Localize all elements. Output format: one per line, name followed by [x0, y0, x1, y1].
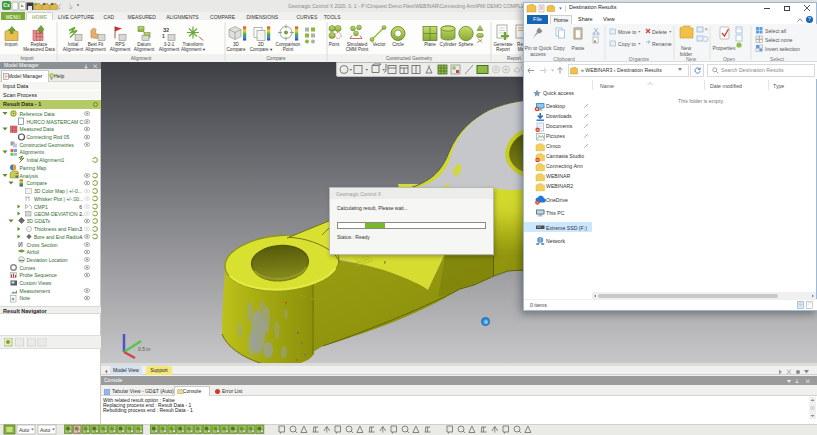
- svg-text:HURCO MASTERCAM C...: HURCO MASTERCAM C...: [27, 119, 88, 125]
- svg-text:Measured Data: Measured Data: [20, 126, 54, 132]
- svg-text:Whisker Plot | +/-.00...: Whisker Plot | +/-.00...: [34, 196, 83, 202]
- svg-text:Initial Alignment1: Initial Alignment1: [27, 157, 65, 163]
- svg-text:2: 2: [79, 211, 82, 217]
- svg-text:Invert selection: Invert selection: [765, 46, 800, 52]
- svg-text:Alignments: Alignments: [20, 149, 45, 155]
- svg-text:New: New: [686, 56, 696, 62]
- svg-text:Compare: Compare: [267, 56, 286, 61]
- svg-text:Compare: Compare: [27, 180, 48, 186]
- svg-text:Probe Sequence: Probe Sequence: [20, 272, 57, 278]
- svg-text:Auto: Auto: [40, 427, 51, 433]
- svg-text:Paste: Paste: [572, 45, 585, 51]
- svg-text:Move to: Move to: [618, 29, 637, 35]
- svg-text:Compare: Compare: [227, 47, 246, 52]
- svg-text:Analysis: Analysis: [20, 173, 39, 179]
- svg-text:Alignment: Alignment: [63, 47, 84, 52]
- svg-text:Plane: Plane: [424, 42, 436, 47]
- svg-text:CMM Point: CMM Point: [346, 47, 369, 52]
- svg-text:3: 3: [79, 226, 82, 232]
- svg-text:Clipboard: Clipboard: [553, 56, 575, 62]
- svg-text:Pairing Map: Pairing Map: [20, 165, 47, 171]
- svg-text:Sphere: Sphere: [459, 42, 474, 47]
- svg-text:Deviation Location: Deviation Location: [27, 257, 68, 263]
- svg-text:1: 1: [162, 33, 165, 39]
- svg-text:Properties: Properties: [713, 45, 736, 51]
- svg-text:Copy: Copy: [553, 45, 565, 51]
- svg-text:Report: Report: [507, 56, 522, 61]
- svg-text:Copy to: Copy to: [618, 41, 636, 47]
- svg-text:Alignment: Alignment: [134, 47, 155, 52]
- svg-text:Alignment: Alignment: [159, 47, 180, 52]
- svg-text:Point: Point: [329, 42, 340, 47]
- svg-text:3D Color Map | +/-0...: 3D Color Map | +/-0...: [34, 188, 82, 194]
- svg-text:Measured Data: Measured Data: [23, 47, 55, 52]
- svg-text:Vector: Vector: [372, 42, 385, 47]
- svg-text:Compare ▾: Compare ▾: [250, 47, 273, 52]
- svg-text:Cross Section: Cross Section: [27, 242, 58, 248]
- svg-text:Organize: Organize: [629, 56, 650, 62]
- svg-text:Note: Note: [20, 295, 31, 301]
- svg-text:Rename: Rename: [652, 41, 672, 47]
- svg-text:Point: Point: [283, 47, 294, 52]
- svg-text:Cylinder: Cylinder: [440, 42, 457, 47]
- svg-text:Connecting Rod 05: Connecting Rod 05: [27, 134, 70, 140]
- svg-text:0.5 in: 0.5 in: [138, 346, 150, 352]
- svg-text:Delete: Delete: [652, 29, 667, 35]
- svg-text:Bore and End Radiu...: Bore and End Radiu...: [34, 234, 83, 240]
- svg-text:Constructed Geometry: Constructed Geometry: [386, 56, 433, 61]
- svg-text:Import: Import: [20, 56, 34, 61]
- svg-text:Airfoil: Airfoil: [27, 249, 40, 255]
- svg-text:CMP1: CMP1: [34, 204, 48, 210]
- svg-text:Alignment: Alignment: [85, 47, 106, 52]
- svg-text:Alignment ▾: Alignment ▾: [181, 47, 206, 52]
- svg-text:Thickness and Flatn...: Thickness and Flatn...: [34, 226, 83, 232]
- svg-text:GEOM-DEVIATION -...: GEOM-DEVIATION -...: [34, 211, 85, 217]
- svg-text:Select: Select: [770, 56, 785, 62]
- svg-text:Custom Views: Custom Views: [20, 280, 52, 286]
- svg-text:Alignment: Alignment: [131, 56, 152, 61]
- svg-text:Auto: Auto: [19, 427, 30, 433]
- svg-text:Curves: Curves: [20, 265, 36, 271]
- svg-text:Reference Data: Reference Data: [20, 111, 55, 117]
- svg-text:access: access: [530, 51, 546, 57]
- svg-text:4: 4: [79, 234, 82, 240]
- svg-text:Import: Import: [4, 42, 18, 47]
- svg-text:Select all: Select all: [765, 28, 786, 34]
- svg-text:Constructed Geometries: Constructed Geometries: [20, 142, 75, 148]
- svg-text:Open: Open: [723, 56, 735, 62]
- svg-text:Circle: Circle: [392, 42, 404, 47]
- svg-text:Alignment: Alignment: [110, 47, 131, 52]
- svg-text:3D GD&Ts: 3D GD&Ts: [27, 218, 51, 224]
- svg-text:Measurement: Measurement: [20, 288, 51, 294]
- svg-text:6: 6: [79, 204, 82, 210]
- svg-text:Report: Report: [496, 47, 511, 52]
- svg-text:Select none: Select none: [765, 37, 793, 43]
